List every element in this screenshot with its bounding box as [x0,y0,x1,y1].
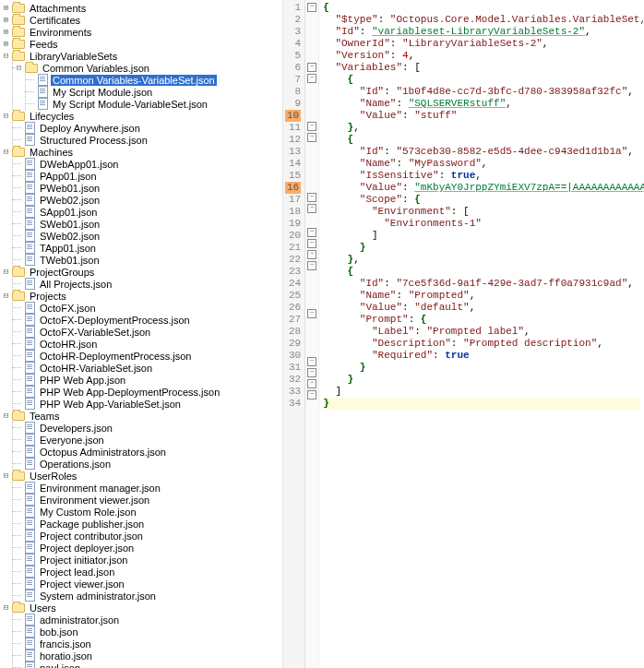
tree-file[interactable]: My Script Module-VariableSet.json [26,98,282,110]
code-line[interactable]: "Id": "573ceb30-8582-e5d5-4dee-c943ed1d1… [323,146,640,158]
tree-file[interactable]: Project initiator.json [13,554,282,566]
fold-toggle-icon[interactable]: − [307,357,316,366]
code-line[interactable]: "Value": "stuff" [323,110,640,122]
code-line[interactable]: } [323,398,640,410]
expand-icon[interactable]: ⊞ [2,16,10,24]
tree-folder[interactable]: ⊟Projects [0,290,282,302]
fold-toggle-icon[interactable]: − [307,379,316,388]
code-line[interactable]: "Description": "Prompted description", [323,338,640,350]
code-line[interactable]: "Value": "mKbyAY0JrppZYmiEXV7zpA==|AAAAA… [323,182,640,194]
tree-folder[interactable]: ⊞Certificates [0,14,282,26]
expand-icon[interactable]: ⊞ [2,28,10,36]
code-line[interactable]: "Prompt": { [323,314,640,326]
tree-file[interactable]: PWeb02.json [13,194,282,206]
tree-file[interactable]: Common Variables-VariableSet.json [26,74,282,86]
tree-file[interactable]: PHP Web App.json [13,374,282,386]
tree-file[interactable]: OctoFX-VariableSet.json [13,326,282,338]
tree-file[interactable]: SWeb02.json [13,230,282,242]
code-line[interactable]: } [323,242,640,254]
code-line[interactable]: { [323,266,640,278]
tree-folder[interactable]: ⊟Users [0,602,282,614]
tree-file[interactable]: Project viewer.json [13,578,282,590]
fold-toggle-icon[interactable]: − [307,193,316,202]
fold-toggle-icon[interactable]: − [307,228,316,237]
collapse-icon[interactable]: ⊟ [2,292,10,300]
tree-file[interactable]: OctoFX-DeploymentProcess.json [13,314,282,326]
tree-folder[interactable]: ⊞Feeds [0,38,282,50]
file-tree[interactable]: ⊞Attachments⊞Certificates⊞Environments⊞F… [0,0,282,668]
tree-file[interactable]: Project deployer.json [13,542,282,554]
fold-toggle-icon[interactable]: − [307,133,316,142]
code-line[interactable]: ] [323,386,640,398]
code-line[interactable]: "Id": "1b0f4d8e-cc7d-3bfc-d780-383958af3… [323,86,640,98]
code-line[interactable]: } [323,374,640,386]
tree-file[interactable]: Package publisher.json [13,518,282,530]
tree-file[interactable]: Project lead.json [13,566,282,578]
collapse-icon[interactable]: ⊟ [2,471,10,480]
tree-file[interactable]: My Custom Role.json [13,506,282,518]
tree-folder[interactable]: ⊟Teams [0,410,282,422]
tree-file[interactable]: OctoHR.json [13,338,282,350]
tree-file[interactable]: administrator.json [13,614,282,626]
code-line[interactable]: "Version": 4, [323,50,640,62]
tree-file[interactable]: SWeb01.json [13,218,282,230]
collapse-icon[interactable]: ⊟ [2,603,10,612]
code-line[interactable]: "Label": "Prompted label", [323,326,640,338]
fold-toggle-icon[interactable]: − [307,239,316,248]
code-line[interactable]: "Required": true [323,350,640,362]
tree-file[interactable]: Deploy Anywhere.json [13,122,282,134]
fold-gutter[interactable]: −−−−−−−−−−−−−−−− [305,0,319,668]
tree-folder[interactable]: ⊞Environments [0,26,282,38]
tree-folder[interactable]: ⊟Lifecycles [0,110,282,122]
fold-toggle-icon[interactable]: − [307,204,316,213]
code-line[interactable]: }, [323,254,640,266]
tree-file[interactable]: OctoHR-DeploymentProcess.json [13,350,282,362]
code-line[interactable]: "Environment": [ [323,206,640,218]
collapse-icon[interactable]: ⊟ [2,148,10,156]
tree-file[interactable]: horatio.json [13,650,282,662]
tree-file[interactable]: TWeb01.json [13,254,282,266]
fold-toggle-icon[interactable]: − [307,309,316,318]
code-content[interactable]: { "$type": "Octopus.Core.Model.Variables… [319,0,644,668]
code-line[interactable]: "Id": "7ce5f36d-9a1f-429e-3ad7-ff0a7931c… [323,278,640,290]
code-line[interactable]: "IsSensitive": true, [323,170,640,182]
fold-toggle-icon[interactable]: − [307,63,316,72]
collapse-icon[interactable]: ⊟ [2,52,10,60]
expand-icon[interactable]: ⊞ [2,4,10,12]
tree-file[interactable]: DWebApp01.json [13,158,282,170]
tree-file[interactable]: TApp01.json [13,242,282,254]
collapse-icon[interactable]: ⊟ [2,112,10,120]
tree-folder[interactable]: ⊟Common Variables.json [13,62,282,74]
code-line[interactable]: { [323,74,640,86]
tree-folder[interactable]: ⊟UserRoles [0,470,282,482]
tree-file[interactable]: bob.json [13,626,282,638]
tree-file[interactable]: System administrator.json [13,590,282,602]
tree-file[interactable]: PWeb01.json [13,182,282,194]
code-line[interactable]: { [323,134,640,146]
tree-folder[interactable]: ⊟Machines [0,146,282,158]
fold-toggle-icon[interactable]: − [307,122,316,131]
tree-file[interactable]: francis.json [13,638,282,650]
code-line[interactable]: ] [323,230,640,242]
code-line[interactable]: "Name": "MyPassword", [323,158,640,170]
tree-file[interactable]: PHP Web App-DeploymentProcess.json [13,386,282,398]
tree-file[interactable]: PApp01.json [13,170,282,182]
code-line[interactable]: "Name": "SQLSERVERstuff", [323,98,640,110]
tree-file[interactable]: Structured Process.json [13,134,282,146]
tree-file[interactable]: SApp01.json [13,206,282,218]
code-line[interactable]: "OwnerId": "LibraryVariableSets-2", [323,38,640,50]
collapse-icon[interactable]: ⊟ [15,64,23,72]
fold-toggle-icon[interactable]: − [307,390,316,400]
tree-file[interactable]: Environment manager.json [13,482,282,494]
code-line[interactable]: }, [323,122,640,134]
code-line[interactable]: "Name": "Prompted", [323,290,640,302]
code-line[interactable]: } [323,362,640,374]
fold-toggle-icon[interactable]: − [307,261,316,270]
tree-file[interactable]: Operations.json [13,458,282,470]
code-line[interactable]: "Variables": [ [323,62,640,74]
tree-file[interactable]: Environment viewer.json [13,494,282,506]
code-line[interactable]: "Value": "default", [323,302,640,314]
collapse-icon[interactable]: ⊟ [2,268,10,276]
tree-folder[interactable]: ⊟LibraryVariableSets [0,50,282,62]
tree-file[interactable]: Developers.json [13,422,282,434]
